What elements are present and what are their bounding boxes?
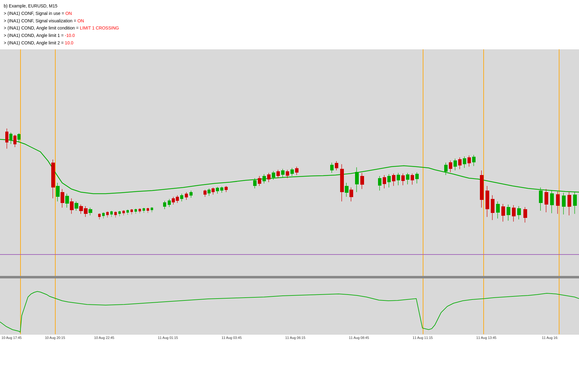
svg-rect-141 bbox=[501, 206, 505, 216]
svg-rect-5 bbox=[13, 136, 16, 144]
svg-rect-137 bbox=[491, 199, 495, 213]
chart-area: 10 Aug 17:45 10 Aug 20:15 10 Aug 22:45 1… bbox=[0, 49, 579, 341]
time-label-0: 10 Aug 17:45 bbox=[2, 336, 22, 340]
svg-rect-107 bbox=[345, 186, 349, 193]
svg-rect-101 bbox=[330, 165, 334, 170]
svg-rect-3 bbox=[9, 134, 12, 141]
svg-rect-117 bbox=[383, 177, 386, 184]
svg-rect-147 bbox=[517, 208, 521, 215]
svg-rect-163 bbox=[573, 195, 577, 206]
svg-rect-145 bbox=[512, 208, 516, 216]
svg-rect-153 bbox=[545, 192, 548, 205]
svg-rect-121 bbox=[392, 175, 395, 181]
svg-rect-49 bbox=[143, 208, 145, 211]
svg-rect-167 bbox=[449, 162, 452, 169]
svg-rect-81 bbox=[253, 180, 257, 186]
svg-rect-25 bbox=[89, 209, 92, 213]
svg-rect-79 bbox=[225, 187, 228, 190]
svg-rect-9 bbox=[51, 163, 55, 187]
info-panel: b) Example, EURUSD, M15 > (INA1) CONF, S… bbox=[0, 0, 579, 49]
candle-chart-svg bbox=[0, 49, 579, 276]
svg-rect-41 bbox=[126, 210, 129, 213]
svg-rect-165 bbox=[444, 165, 448, 172]
svg-rect-91 bbox=[276, 171, 280, 176]
svg-rect-105 bbox=[340, 169, 344, 192]
svg-rect-27 bbox=[98, 214, 101, 217]
svg-rect-35 bbox=[114, 212, 117, 215]
svg-rect-125 bbox=[401, 175, 405, 181]
svg-rect-63 bbox=[180, 195, 183, 199]
svg-rect-123 bbox=[397, 175, 400, 180]
time-label-6: 11 Aug 08:45 bbox=[349, 336, 369, 340]
svg-rect-7 bbox=[17, 134, 21, 140]
time-label-3: 11 Aug 01:15 bbox=[158, 336, 178, 340]
time-label-9: 11 Aug 16: bbox=[542, 336, 558, 340]
time-label-7: 11 Aug 11:15 bbox=[413, 336, 433, 340]
svg-rect-39 bbox=[122, 211, 125, 213]
signal-in-use-line: > (INA1) CONF, Signal in use = ON bbox=[4, 10, 575, 17]
svg-rect-133 bbox=[480, 175, 484, 200]
angle-limit-condition-line: > (INA1) COND, Angle limit condition = L… bbox=[4, 25, 575, 32]
svg-rect-33 bbox=[110, 211, 113, 214]
title-line: b) Example, EURUSD, M15 bbox=[4, 2, 575, 10]
svg-rect-45 bbox=[134, 209, 137, 212]
svg-rect-155 bbox=[550, 193, 554, 205]
svg-rect-97 bbox=[290, 169, 294, 174]
sub-chart[interactable] bbox=[0, 278, 579, 334]
svg-rect-139 bbox=[496, 204, 500, 213]
svg-rect-13 bbox=[61, 192, 64, 203]
svg-rect-111 bbox=[355, 172, 359, 184]
svg-rect-93 bbox=[281, 170, 285, 175]
svg-rect-55 bbox=[163, 202, 166, 207]
svg-rect-151 bbox=[539, 191, 543, 203]
svg-rect-135 bbox=[486, 191, 489, 209]
svg-rect-95 bbox=[286, 171, 289, 176]
svg-rect-149 bbox=[523, 209, 527, 218]
svg-rect-11 bbox=[56, 186, 60, 197]
svg-rect-67 bbox=[189, 192, 193, 196]
svg-rect-53 bbox=[151, 208, 153, 210]
chart-divider bbox=[0, 276, 579, 278]
time-label-8: 11 Aug 13:45 bbox=[476, 336, 496, 340]
svg-rect-77 bbox=[220, 187, 223, 191]
svg-rect-43 bbox=[130, 210, 133, 212]
svg-rect-29 bbox=[102, 213, 105, 216]
svg-rect-87 bbox=[267, 174, 271, 179]
svg-rect-17 bbox=[70, 201, 74, 210]
svg-rect-65 bbox=[185, 194, 188, 197]
svg-rect-19 bbox=[75, 203, 78, 209]
signal-viz-line: > (INA1) CONF, Signal visualization = ON bbox=[4, 17, 575, 25]
svg-rect-89 bbox=[272, 173, 275, 178]
svg-rect-37 bbox=[118, 211, 121, 214]
svg-rect-173 bbox=[463, 158, 466, 164]
svg-rect-47 bbox=[139, 209, 141, 211]
svg-rect-23 bbox=[84, 208, 88, 214]
time-label-4: 11 Aug 03:45 bbox=[221, 336, 242, 340]
svg-rect-71 bbox=[207, 190, 211, 193]
svg-rect-115 bbox=[378, 178, 381, 186]
svg-rect-143 bbox=[507, 207, 510, 215]
svg-rect-175 bbox=[467, 157, 471, 163]
svg-rect-15 bbox=[65, 196, 69, 204]
purple-horizontal-line bbox=[0, 254, 579, 255]
svg-rect-85 bbox=[262, 176, 266, 181]
svg-rect-83 bbox=[258, 178, 261, 184]
angle-limit1-line: > (INA1) COND, Angle limit 1 = -10.0 bbox=[4, 32, 575, 39]
ma-line bbox=[0, 139, 579, 194]
svg-rect-103 bbox=[335, 163, 338, 168]
svg-rect-177 bbox=[472, 157, 476, 162]
svg-rect-61 bbox=[176, 197, 179, 201]
time-label-5: 11 Aug 06:15 bbox=[285, 336, 305, 340]
time-label-2: 10 Aug 22:45 bbox=[94, 336, 114, 340]
svg-rect-109 bbox=[349, 190, 353, 197]
svg-rect-131 bbox=[415, 174, 419, 179]
svg-rect-69 bbox=[203, 191, 207, 195]
svg-rect-99 bbox=[295, 168, 299, 173]
svg-rect-31 bbox=[106, 212, 109, 215]
svg-rect-73 bbox=[212, 188, 215, 192]
angle-limit2-line: > (INA1) COND, Angle limit 2 = 10.0 bbox=[4, 39, 575, 47]
svg-rect-169 bbox=[454, 160, 457, 167]
svg-rect-119 bbox=[387, 176, 391, 182]
main-chart[interactable] bbox=[0, 49, 579, 276]
svg-rect-21 bbox=[79, 206, 83, 211]
